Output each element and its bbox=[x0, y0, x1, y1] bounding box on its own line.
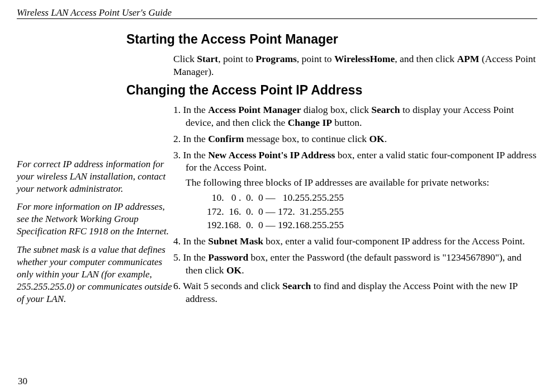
bold-wirelesshome: WirelessHome bbox=[334, 53, 395, 64]
text: dialog box, click bbox=[301, 104, 371, 115]
bold-subnet-mask: Subnet Mask bbox=[208, 235, 263, 247]
text: message box, to continue click bbox=[244, 133, 369, 144]
step-2: 2. In the Confirm message box, to contin… bbox=[173, 133, 537, 145]
step-1: 1. In the Access Point Manager dialog bo… bbox=[173, 103, 537, 129]
bold-search: Search bbox=[371, 104, 400, 115]
margin-note-subnet: The subnet mask is a value that defines … bbox=[17, 244, 179, 305]
text: . bbox=[242, 265, 244, 276]
step-6: 6. Wait 5 seconds and click Search to fi… bbox=[173, 280, 537, 305]
text: , point to bbox=[218, 53, 255, 64]
text: 1. In the bbox=[173, 104, 208, 115]
header-rule bbox=[17, 18, 537, 19]
bold-start: Start bbox=[197, 53, 218, 64]
section1-paragraph: Click Start, point to Programs, point to… bbox=[173, 53, 537, 78]
page-header: Wireless LAN Access Point User's Guide bbox=[17, 7, 172, 19]
text: 2. In the bbox=[173, 133, 208, 144]
bold-programs: Programs bbox=[255, 53, 297, 64]
text: 6. Wait 5 seconds and click bbox=[173, 280, 282, 291]
text: , point to bbox=[297, 53, 334, 64]
bold-ok: OK bbox=[226, 265, 242, 276]
bold-confirm: Confirm bbox=[208, 133, 244, 144]
step-3-note: The following three blocks of IP address… bbox=[186, 176, 537, 189]
bold-change-ip: Change IP bbox=[288, 117, 332, 128]
section-heading-starting: Starting the Access Point Manager bbox=[126, 31, 537, 48]
bold-new-ap-ip: New Access Point's IP Address bbox=[208, 149, 335, 160]
bold-apm: APM bbox=[457, 53, 479, 64]
ip-range-row: 10. 0 . 0. 0 — 10.255.255.255 bbox=[207, 191, 537, 204]
margin-note-block: For correct IP address information for y… bbox=[17, 158, 179, 311]
text: . bbox=[385, 133, 387, 144]
margin-note-rfc1918: For more information on IP addresses, se… bbox=[17, 201, 179, 238]
bold-access-point-manager: Access Point Manager bbox=[208, 104, 301, 115]
text: button. bbox=[332, 117, 362, 128]
text: , and then click bbox=[395, 53, 457, 64]
margin-note-ip-admin: For correct IP address information for y… bbox=[17, 158, 179, 195]
page-number: 30 bbox=[18, 375, 27, 388]
step-5: 5. In the Password box, enter the Passwo… bbox=[173, 251, 537, 277]
ip-range-row: 192.168. 0. 0 — 192.168.255.255 bbox=[207, 219, 537, 232]
bold-password: Password bbox=[208, 252, 248, 263]
text: box, enter a valid four-component IP add… bbox=[263, 235, 525, 247]
bold-ok: OK bbox=[369, 133, 384, 144]
bold-search: Search bbox=[282, 280, 311, 291]
ip-range-row: 172. 16. 0. 0 — 172. 31.255.255 bbox=[207, 205, 537, 218]
text: Click bbox=[173, 53, 197, 64]
step-3: 3. In the New Access Point's IP Address … bbox=[173, 149, 537, 174]
step-4: 4. In the Subnet Mask box, enter a valid… bbox=[173, 235, 537, 248]
section-heading-changing: Changing the Access Point IP Address bbox=[126, 82, 537, 99]
